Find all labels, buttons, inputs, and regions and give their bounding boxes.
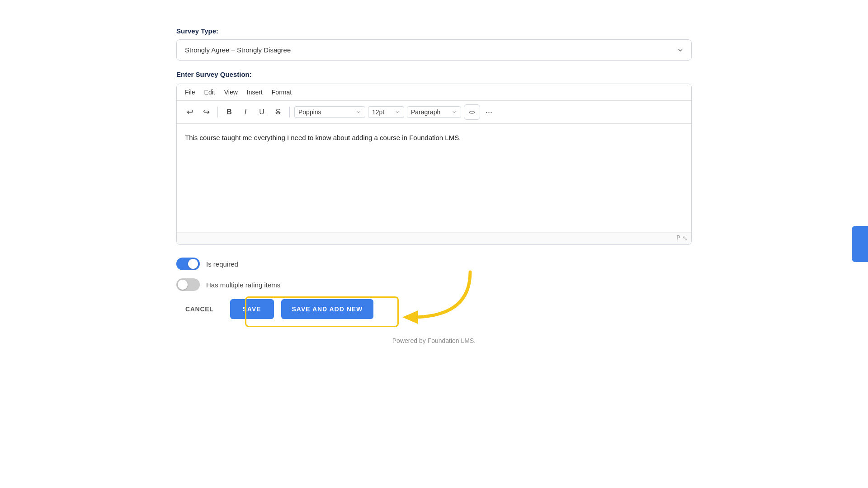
- is-required-row: Is required: [176, 258, 692, 270]
- svg-marker-0: [402, 310, 418, 324]
- resize-handle-icon[interactable]: ⤡: [682, 235, 688, 243]
- is-required-toggle[interactable]: [176, 258, 200, 270]
- undo-button[interactable]: ↩: [183, 105, 197, 119]
- undo-icon: ↩: [187, 107, 193, 117]
- enter-question-label: Enter Survey Question:: [176, 70, 692, 78]
- redo-button[interactable]: ↪: [199, 105, 213, 119]
- editor-footer: P ⤡: [177, 232, 691, 244]
- save-button[interactable]: SAVE: [230, 299, 274, 319]
- powered-by-footer: Powered by Foundation LMS.: [176, 337, 692, 344]
- has-multiple-row: Has multiple rating items: [176, 278, 692, 291]
- has-multiple-toggle[interactable]: [176, 278, 200, 291]
- is-required-label: Is required: [206, 260, 238, 268]
- bold-button[interactable]: B: [222, 105, 236, 119]
- code-button[interactable]: <>: [464, 104, 480, 120]
- font-size-select[interactable]: 8pt 10pt 12pt 14pt 16pt: [368, 106, 404, 118]
- actions-row: CANCEL SAVE SAVE AND ADD NEW: [176, 299, 692, 319]
- toolbar-divider-2: [289, 107, 290, 117]
- editor-toolbar: ↩ ↪ B I U S Poppins Arial Times New Roma…: [177, 101, 691, 124]
- editor-content-area[interactable]: This course taught me everything I need …: [177, 124, 691, 232]
- underline-button[interactable]: U: [255, 105, 269, 119]
- sidebar-tab[interactable]: [852, 226, 868, 262]
- toolbar-divider-1: [217, 107, 218, 117]
- toggle-thumb-is-required: [188, 259, 198, 269]
- redo-icon: ↪: [203, 107, 210, 117]
- menu-insert[interactable]: Insert: [247, 89, 263, 96]
- toggle-thumb-has-multiple: [178, 280, 188, 290]
- more-options-button[interactable]: ···: [483, 106, 495, 119]
- survey-type-label: Survey Type:: [176, 27, 692, 35]
- cancel-button[interactable]: CANCEL: [176, 299, 223, 319]
- editor-menu-bar: File Edit View Insert Format: [177, 84, 691, 101]
- has-multiple-label: Has multiple rating items: [206, 281, 280, 289]
- menu-edit[interactable]: Edit: [204, 89, 215, 96]
- menu-view[interactable]: View: [224, 89, 238, 96]
- save-and-add-button[interactable]: SAVE AND ADD NEW: [281, 299, 374, 319]
- strikethrough-button[interactable]: S: [271, 105, 285, 119]
- more-icon: ···: [486, 108, 492, 117]
- font-select[interactable]: Poppins Arial Times New Roman Georgia: [294, 106, 365, 118]
- paragraph-select[interactable]: Paragraph Heading 1 Heading 2 Heading 3: [407, 106, 461, 118]
- editor-text: This course taught me everything I need …: [185, 134, 683, 141]
- menu-format[interactable]: Format: [272, 89, 292, 96]
- italic-button[interactable]: I: [239, 105, 252, 119]
- rich-text-editor: File Edit View Insert Format ↩ ↪ B I U S…: [176, 84, 692, 245]
- editor-tag: P: [677, 235, 680, 243]
- survey-type-select[interactable]: Strongly Agree – Strongly Disagree Yes /…: [176, 39, 692, 61]
- menu-file[interactable]: File: [185, 89, 195, 96]
- arrow-annotation: [398, 263, 488, 337]
- code-icon: <>: [468, 109, 476, 116]
